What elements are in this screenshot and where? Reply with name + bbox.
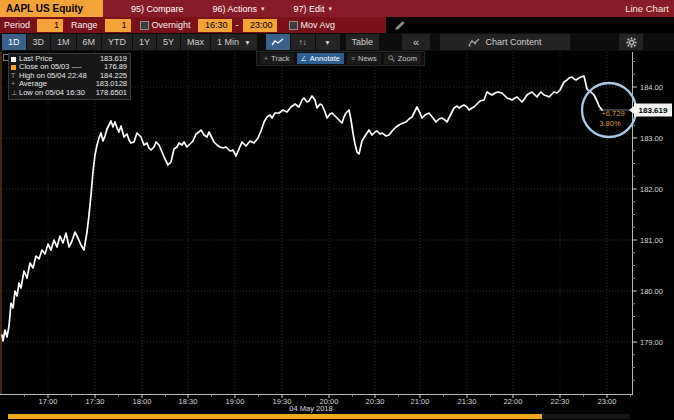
table-button[interactable]: Table — [346, 34, 380, 50]
chart-toolbar: 1D3D1M6MYTD1Y5YMax 1 Min ▼ ↑↓ ▼ Table « … — [0, 33, 674, 51]
bloomberg-terminal-window: AAPL US Equity 95) Compare96) Actions▾97… — [0, 0, 674, 420]
chart-options-dropdown[interactable]: ▼ — [316, 34, 340, 50]
range-button-1m[interactable]: 1M — [51, 34, 76, 50]
track-icon: + — [264, 55, 268, 62]
last-price-badge-value: 183.619 — [639, 106, 668, 115]
annotate-tool-button[interactable]: ∠Annotate — [297, 53, 344, 64]
axis-updown-button[interactable]: ↑↓ — [291, 34, 315, 50]
y-tick-label: 183.00 — [640, 134, 663, 143]
scrollbar-thumb[interactable] — [8, 414, 542, 419]
menu-bar: 95) Compare96) Actions▾97) Edit▾ — [131, 4, 361, 14]
y-tick-label: 180.00 — [640, 287, 663, 296]
last-price-badge-arrow — [629, 106, 634, 114]
x-tick-label: 23:00 — [598, 397, 617, 406]
range-button-6m[interactable]: 6M — [77, 34, 102, 50]
legend-value: 178.6501 — [96, 89, 127, 97]
range-button-1d[interactable]: 1D — [2, 34, 26, 50]
zoom-tool-button[interactable]: Zoom — [384, 53, 421, 64]
range-button-group: 1D3D1M6MYTD1Y5YMax — [2, 34, 211, 50]
overnight-checkbox[interactable] — [140, 21, 149, 30]
menu-item-compare[interactable]: 95) Compare — [131, 4, 184, 14]
x-tick-label: 18:00 — [133, 397, 152, 406]
news-tool-button[interactable]: ≡News — [347, 53, 381, 64]
y-tick-label: 184.00 — [640, 83, 663, 92]
time-from-input[interactable]: 16:30 — [198, 19, 232, 32]
annotate-icon: ∠ — [301, 55, 307, 63]
legend-label: Last Price — [19, 55, 97, 63]
x-tick-label: 19:00 — [226, 397, 245, 406]
legend-label: Low on 05/04 16:30 — [19, 89, 93, 97]
ticker-field[interactable]: AAPL US Equity — [0, 0, 103, 17]
chevron-down-icon: ▼ — [324, 39, 330, 46]
range-button-ytd[interactable]: YTD — [102, 34, 132, 50]
movavg-checkbox[interactable] — [289, 21, 298, 30]
track-tool-button[interactable]: +Track — [260, 53, 294, 64]
x-tick-label: 18:30 — [179, 397, 198, 406]
legend-row: ⊥Low on 05/04 16:30178.6501 — [11, 89, 127, 97]
legend-label: High on 05/04 22:48 — [19, 72, 97, 80]
y-tick-label: 182.00 — [640, 185, 663, 194]
chevron-down-icon: ▼ — [244, 39, 250, 46]
range-button-5y[interactable]: 5Y — [157, 34, 180, 50]
time-range-separator: - — [236, 20, 239, 30]
settings-button[interactable] — [619, 34, 643, 50]
menu-item-edit[interactable]: 97) Edit▾ — [294, 4, 333, 14]
range-button-1y[interactable]: 1Y — [133, 34, 156, 50]
marker-glyph-icon: ⊥ — [11, 89, 19, 97]
chevron-down-icon: ▾ — [261, 5, 265, 13]
chart-area[interactable]: 17:0017:3018:0018:3019:0019:3020:0020:30… — [0, 51, 674, 420]
updown-arrows-icon: ↑↓ — [299, 38, 307, 47]
price-line — [2, 76, 602, 341]
x-tick-label: 22:00 — [504, 397, 523, 406]
chart-legend[interactable]: Last Price183.619Close on 05/03 ----176.… — [8, 53, 131, 100]
y-tick-label: 181.00 — [640, 236, 663, 245]
x-tick-label: 21:00 — [411, 397, 430, 406]
news-icon: ≡ — [351, 55, 355, 62]
period-input[interactable]: 1 — [37, 19, 63, 32]
parameters-bar: Period 1 Range 1 Overnight 16:30 - 23:00… — [0, 17, 674, 33]
movavg-label: Mov Avg — [301, 20, 335, 30]
annotate-toolbar: +Track∠Annotate≡NewsZoom — [256, 51, 425, 66]
x-tick-label: 17:00 — [39, 397, 58, 406]
range-button-max[interactable]: Max — [181, 34, 210, 50]
zoom-icon — [388, 55, 395, 63]
chevron-down-icon: ▾ — [329, 5, 333, 13]
title-bar: AAPL US Equity 95) Compare96) Actions▾97… — [0, 0, 674, 17]
y-tick-label: 179.00 — [640, 338, 663, 347]
line-chart-type-button[interactable] — [266, 34, 290, 50]
period-label: Period — [4, 20, 30, 30]
marker-glyph-icon: T — [11, 72, 19, 80]
series-swatch-icon — [11, 57, 19, 62]
marker-glyph-icon: + — [11, 80, 19, 88]
menu-item-actions[interactable]: 96) Actions▾ — [213, 4, 265, 14]
date-label: 04 May 2018 — [289, 404, 332, 413]
range-button-3d[interactable]: 3D — [27, 34, 51, 50]
gear-icon — [626, 37, 637, 48]
annotation-percent-value: 3.80% — [599, 119, 621, 128]
time-to-input[interactable]: 23:00 — [243, 19, 277, 32]
range-input[interactable]: 1 — [105, 19, 131, 32]
edit-pencil-icon[interactable] — [394, 20, 406, 31]
overnight-label: Overnight — [152, 20, 191, 30]
series-swatch-icon — [11, 65, 19, 70]
x-tick-label: 20:30 — [366, 397, 385, 406]
legend-label: Close on 05/03 ---- — [19, 63, 101, 71]
chart-content-icon — [468, 38, 480, 47]
range-label: Range — [71, 20, 98, 30]
x-tick-label: 17:30 — [86, 397, 105, 406]
line-chart-icon — [271, 38, 284, 47]
interval-dropdown[interactable]: 1 Min ▼ — [211, 34, 256, 50]
parameters-group: Period 1 Range 1 Overnight 16:30 - 23:00… — [0, 17, 386, 33]
collapse-panel-button[interactable]: « — [402, 34, 430, 50]
x-tick-label: 22:30 — [551, 397, 570, 406]
legend-label: Average — [19, 80, 93, 88]
annotation-change-value: +6.729 — [601, 109, 624, 118]
price-chart[interactable]: 17:0017:3018:0018:3019:0019:3020:0020:30… — [0, 51, 674, 420]
x-tick-label: 21:30 — [458, 397, 477, 406]
chart-content-button[interactable]: Chart Content — [440, 34, 570, 50]
chart-mode-label: Line Chart — [625, 3, 674, 14]
